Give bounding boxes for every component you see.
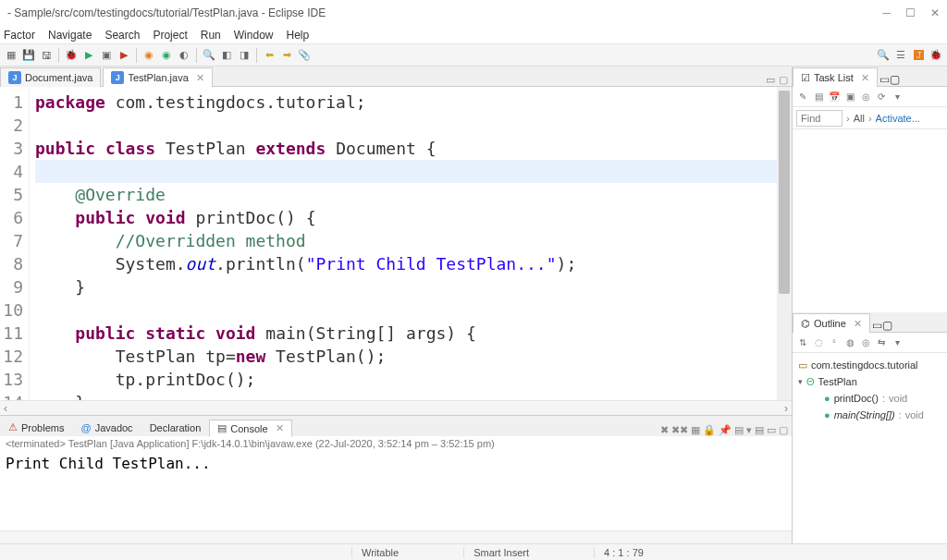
- link-editor-icon[interactable]: ⇆: [875, 336, 888, 349]
- code-editor[interactable]: 1234567891011121314 package com.testingd…: [0, 87, 792, 400]
- scrollbar-thumb[interactable]: [779, 91, 790, 294]
- schedule-icon[interactable]: 📅: [828, 91, 841, 103]
- tab-document-java[interactable]: J Document.java: [0, 67, 101, 87]
- new-package-icon[interactable]: ◉: [159, 48, 174, 63]
- console-output[interactable]: Print Child TestPlan...: [0, 451, 792, 530]
- max-icon[interactable]: ▢: [882, 319, 892, 332]
- scroll-left-icon[interactable]: ‹: [4, 402, 7, 415]
- titlebar: - Sample/src/com/testingdocs/tutorial/Te…: [0, 0, 947, 26]
- menu-factor[interactable]: Factor: [4, 29, 35, 42]
- tasklist-find-input[interactable]: [796, 110, 842, 127]
- save-icon[interactable]: 💾: [21, 48, 36, 63]
- scroll-right-icon[interactable]: ›: [784, 402, 788, 415]
- minimize-pane-icon[interactable]: ▭: [767, 424, 776, 436]
- focus-outline-icon[interactable]: ◎: [859, 336, 872, 349]
- tab-testplan-java[interactable]: J TestPlan.java ✕: [103, 67, 212, 87]
- tasklist-find-row: › All › Activate...: [793, 107, 947, 129]
- min-icon[interactable]: ▭: [879, 73, 890, 86]
- menu-navigate[interactable]: Navigate: [48, 29, 92, 42]
- menu-project[interactable]: Project: [153, 29, 187, 42]
- forward-icon[interactable]: ➡: [279, 48, 294, 63]
- debug-icon[interactable]: 🐞: [64, 48, 79, 63]
- synchronize-icon[interactable]: ⟳: [875, 91, 888, 103]
- tab-close-icon[interactable]: ✕: [276, 422, 284, 434]
- menu-search[interactable]: Search: [105, 29, 140, 42]
- tab-console[interactable]: ▤Console✕: [209, 420, 291, 437]
- maximize-pane-icon[interactable]: ▢: [779, 424, 788, 436]
- toolbar-sep: [196, 48, 197, 63]
- open-type-icon[interactable]: ◐: [177, 48, 191, 63]
- open-console-icon[interactable]: ▾: [746, 424, 752, 436]
- java-perspective-icon[interactable]: 🅹: [911, 48, 926, 63]
- sort-icon[interactable]: ⇅: [796, 336, 809, 349]
- save-all-icon[interactable]: 🖫: [39, 48, 54, 63]
- open-perspective-icon[interactable]: ☰: [893, 48, 908, 63]
- chevron-icon[interactable]: ›: [868, 113, 872, 124]
- close-tab-icon[interactable]: ✕: [196, 72, 204, 84]
- outline-body[interactable]: ▭com.testingdocs.tutorial ▾ΘTestPlan ●pr…: [793, 353, 947, 543]
- pin-console-icon[interactable]: 📌: [719, 424, 732, 436]
- tasklist-icon: ☑: [801, 72, 810, 84]
- hide-fields-icon[interactable]: ◌: [812, 336, 825, 349]
- minimize-view-icon[interactable]: ▭: [766, 74, 775, 86]
- toggle-mark-icon[interactable]: ◧: [219, 48, 234, 63]
- right-panel: ☑ Task List ✕ ▭▢ ✎ ▤ 📅 ▣ ◎ ⟳ ▾ › All › A…: [792, 67, 947, 543]
- new-task-icon[interactable]: ✎: [796, 91, 809, 103]
- tab-problems[interactable]: ⚠Problems: [0, 419, 72, 436]
- tasklist-all[interactable]: All: [854, 113, 865, 124]
- run-icon[interactable]: ▶: [81, 48, 96, 63]
- run-last-icon[interactable]: ▶: [117, 48, 131, 63]
- close-tasklist-icon[interactable]: ✕: [861, 72, 869, 84]
- max-icon[interactable]: ▢: [890, 73, 900, 86]
- tab-declaration[interactable]: Declaration: [141, 420, 210, 436]
- tasklist-activate[interactable]: Activate...: [876, 113, 920, 124]
- outline-method-main[interactable]: ●main(String[]) : void: [798, 407, 941, 423]
- tasklist-toolbar: ✎ ▤ 📅 ▣ ◎ ⟳ ▾: [793, 87, 947, 107]
- tab-outline[interactable]: ⌬ Outline ✕: [793, 313, 870, 333]
- new-class-icon[interactable]: ◉: [141, 48, 156, 63]
- outline-class[interactable]: ▾ΘTestPlan: [798, 373, 941, 390]
- minimize-icon[interactable]: ─: [882, 6, 891, 19]
- remove-launch-icon[interactable]: ✖: [660, 424, 669, 436]
- outline-method-printdoc[interactable]: ●printDoc() : void: [798, 390, 941, 407]
- back-icon[interactable]: ⬅: [262, 48, 277, 63]
- hide-static-icon[interactable]: ˢ: [828, 336, 841, 349]
- close-icon[interactable]: ✕: [930, 6, 940, 19]
- tasklist-body[interactable]: [793, 129, 947, 312]
- horizontal-scrollbar[interactable]: ‹ ›: [0, 400, 792, 415]
- clear-console-icon[interactable]: ▦: [691, 424, 700, 436]
- debug-perspective-icon[interactable]: 🐞: [929, 48, 943, 63]
- display-console-icon[interactable]: ▤: [734, 424, 744, 436]
- new-console-icon[interactable]: ▤: [755, 424, 764, 436]
- annotation-icon[interactable]: ◨: [237, 48, 252, 63]
- outline-menu-icon[interactable]: ▾: [891, 336, 904, 349]
- caret-down-icon[interactable]: ▾: [798, 377, 803, 386]
- tab-javadoc[interactable]: @Javadoc: [72, 420, 141, 436]
- collapse-icon[interactable]: ▣: [843, 91, 856, 103]
- new-icon[interactable]: ▦: [4, 48, 18, 63]
- scroll-lock-icon[interactable]: 🔒: [703, 424, 716, 436]
- close-outline-icon[interactable]: ✕: [854, 318, 862, 330]
- min-icon[interactable]: ▭: [872, 319, 882, 332]
- coverage-icon[interactable]: ▣: [99, 48, 114, 63]
- maximize-view-icon[interactable]: ▢: [779, 74, 788, 86]
- search-icon[interactable]: 🔍: [202, 48, 216, 63]
- outline-package[interactable]: ▭com.testingdocs.tutorial: [798, 357, 941, 373]
- maximize-icon[interactable]: ☐: [905, 6, 916, 19]
- pin-icon[interactable]: 📎: [297, 48, 312, 63]
- vertical-scrollbar[interactable]: [777, 87, 792, 400]
- chevron-icon[interactable]: ›: [846, 113, 850, 124]
- categorize-icon[interactable]: ▤: [812, 91, 825, 103]
- hide-nonpublic-icon[interactable]: ◍: [843, 336, 856, 349]
- toolbar-sep: [136, 48, 137, 63]
- tab-tasklist[interactable]: ☑ Task List ✕: [793, 67, 878, 87]
- menu-window[interactable]: Window: [234, 29, 274, 42]
- menu-icon[interactable]: ▾: [891, 91, 904, 103]
- quick-access-icon[interactable]: 🔍: [876, 48, 891, 63]
- menu-run[interactable]: Run: [201, 29, 221, 42]
- console-scrollbar[interactable]: [0, 530, 792, 543]
- remove-all-icon[interactable]: ✖✖: [671, 424, 688, 436]
- focus-icon[interactable]: ◎: [859, 91, 872, 103]
- code-area[interactable]: package com.testingdocs.tutorial;public …: [30, 87, 777, 400]
- menu-help[interactable]: Help: [286, 29, 309, 42]
